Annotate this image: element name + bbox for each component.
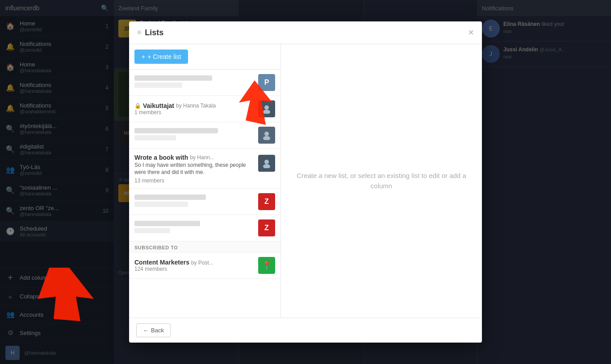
modal-footer: ← Back <box>129 318 482 343</box>
back-arrow-icon: ← <box>143 327 149 334</box>
svg-point-2 <box>264 132 269 136</box>
svg-point-0 <box>264 105 269 110</box>
list-name: Content Marketers by Post... <box>134 259 254 266</box>
blurred-name <box>134 75 212 81</box>
lists-panel: P 🔒 Vaikuttajat by Hanna Takala 1 member… <box>129 70 280 318</box>
create-list-button[interactable]: + + Create list <box>134 50 188 64</box>
modal-overlay: ≡ Lists × + + Create list <box>0 0 611 364</box>
list-name: Vaikuttajat <box>143 102 174 109</box>
list-desc: So I may have written something, these p… <box>134 162 254 176</box>
plus-icon: + <box>142 53 145 60</box>
modal-title: Lists <box>145 28 163 37</box>
list-members: 13 members <box>134 178 254 184</box>
modal-left-panel: + + Create list P <box>129 44 281 318</box>
modal-header: ≡ Lists × <box>129 21 482 44</box>
modal-create-header: + + Create list <box>129 44 280 70</box>
svg-point-3 <box>263 136 270 140</box>
lists-icon: ≡ <box>137 29 141 37</box>
list-avatar: Z <box>258 193 275 210</box>
list-by: by Hanna Takala <box>176 103 216 109</box>
modal-body: + + Create list P <box>129 44 482 318</box>
list-item-content-marketers[interactable]: Content Marketers by Post... 124 members… <box>129 252 280 279</box>
list-avatar <box>258 155 275 172</box>
list-item[interactable]: Z <box>129 215 280 241</box>
list-members: 1 members <box>134 109 254 116</box>
list-item-vaikuttajat[interactable]: 🔒 Vaikuttajat by Hanna Takala 1 members <box>129 96 280 122</box>
create-list-label: + Create list <box>147 53 181 60</box>
list-item[interactable]: P <box>129 70 280 96</box>
subscribed-section-label: SUBSCRIBED TO <box>129 241 280 252</box>
svg-point-4 <box>264 160 269 164</box>
list-avatar <box>258 100 275 117</box>
lists-modal: ≡ Lists × + + Create list <box>129 21 482 343</box>
modal-right-panel: Create a new list, or select an existing… <box>281 44 482 318</box>
list-avatar: Z <box>258 219 275 236</box>
list-item[interactable] <box>129 122 280 149</box>
back-button[interactable]: ← Back <box>136 323 171 337</box>
list-avatar <box>258 127 275 144</box>
lock-icon: 🔒 <box>134 103 141 109</box>
back-button-label: Back <box>151 327 164 334</box>
svg-point-1 <box>263 110 270 114</box>
list-avatar: 📍 <box>258 257 275 274</box>
list-members: 124 members <box>134 266 254 272</box>
blurred-sub <box>134 83 182 88</box>
list-name: Wrote a book with <box>134 154 188 161</box>
list-item[interactable]: Z <box>129 189 280 215</box>
list-by: by Hann... <box>190 154 214 161</box>
svg-point-5 <box>263 164 270 168</box>
list-avatar: P <box>258 74 275 91</box>
list-item-wrote-book[interactable]: Wrote a book with by Hann... So I may ha… <box>129 149 280 189</box>
modal-close-button[interactable]: × <box>468 28 474 37</box>
modal-right-placeholder: Create a new list, or select an existing… <box>290 171 473 191</box>
